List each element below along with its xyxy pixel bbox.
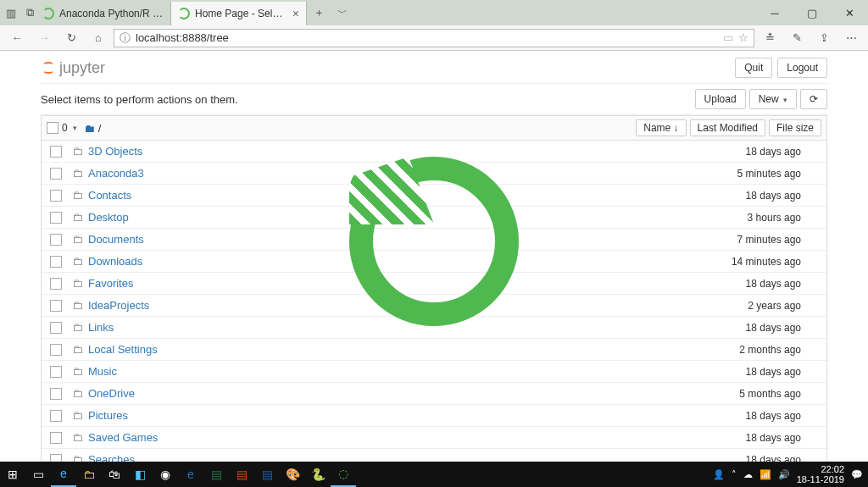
item-link[interactable]: IdeaProjects <box>88 299 149 312</box>
store-icon[interactable]: 🛍 <box>102 462 127 487</box>
item-link[interactable]: OneDrive <box>88 387 135 400</box>
item-modified: 2 months ago <box>739 344 821 356</box>
tab-preview-icon[interactable]: ⧉ <box>24 7 36 19</box>
folder-icon: 🗀 <box>72 255 83 268</box>
folder-icon: 🗀 <box>72 409 83 422</box>
folder-icon: 🗀 <box>72 189 83 202</box>
jupyter-logo[interactable]: jupyter <box>41 59 105 77</box>
close-tab-icon[interactable]: × <box>292 7 299 20</box>
item-link[interactable]: Favorites <box>88 277 133 290</box>
select-all-checkbox[interactable] <box>47 122 58 134</box>
select-dropdown-icon[interactable]: ▾ <box>73 124 77 132</box>
row-checkbox[interactable] <box>50 234 62 246</box>
volume-icon[interactable]: 🔊 <box>778 469 790 480</box>
powerpoint-icon[interactable]: ▤ <box>229 462 254 487</box>
row-checkbox[interactable] <box>50 410 62 422</box>
word-icon[interactable]: ▤ <box>254 462 280 487</box>
forward-button[interactable]: → <box>32 26 56 50</box>
browser-tab[interactable]: Home Page - Select or c× <box>171 2 307 25</box>
row-checkbox[interactable] <box>50 366 62 378</box>
back-button[interactable]: ← <box>5 26 29 50</box>
item-link[interactable]: Links <box>88 321 114 334</box>
item-modified: 2 years ago <box>748 300 821 312</box>
upload-button[interactable]: Upload <box>695 89 746 109</box>
ie-icon[interactable]: e <box>178 462 203 487</box>
row-checkbox[interactable] <box>50 300 62 312</box>
row-checkbox[interactable] <box>50 454 62 462</box>
excel-icon[interactable]: ▤ <box>203 462 229 487</box>
row-checkbox[interactable] <box>50 212 62 224</box>
new-button[interactable]: New ▾ <box>749 89 797 109</box>
favorite-star-icon[interactable]: ☆ <box>738 31 748 44</box>
refresh-button[interactable]: ↻ <box>59 26 83 50</box>
app1-icon[interactable]: ◧ <box>127 462 153 487</box>
edge-icon[interactable]: e <box>51 462 76 487</box>
item-modified: 14 minutes ago <box>732 256 821 268</box>
item-link[interactable]: 3D Objects <box>88 145 142 158</box>
row-checkbox[interactable] <box>50 146 62 158</box>
favorites-icon[interactable]: ≛ <box>758 26 782 50</box>
item-modified: 18 days ago <box>746 278 821 290</box>
row-checkbox[interactable] <box>50 190 62 202</box>
explorer-icon[interactable]: 🗀 <box>76 462 102 487</box>
row-checkbox[interactable] <box>50 278 62 290</box>
jupyter-logo-text: jupyter <box>59 59 105 77</box>
info-icon[interactable]: ⓘ <box>120 30 131 46</box>
item-link[interactable]: Searches <box>88 453 135 462</box>
row-checkbox[interactable] <box>50 168 62 180</box>
breadcrumb-root[interactable]: / <box>98 122 102 135</box>
people-icon[interactable]: 👤 <box>713 469 725 480</box>
sort-name-button[interactable]: Name ↓ <box>636 119 686 136</box>
url-box[interactable]: ⓘ ▭ ☆ <box>114 29 754 47</box>
reading-view-icon[interactable]: ▭ <box>723 31 733 44</box>
item-link[interactable]: Contacts <box>88 189 131 202</box>
item-link[interactable]: Music <box>88 365 117 378</box>
anaconda-spinner-icon <box>349 157 519 326</box>
item-link[interactable]: Local Settings <box>88 343 158 356</box>
system-tray[interactable]: 👤 ˄ ☁ 📶 🔊 22:02 18-11-2019 💬 <box>713 464 868 484</box>
paint-icon[interactable]: 🎨 <box>280 462 305 487</box>
tab-chevron-icon[interactable]: ﹀ <box>331 6 354 20</box>
start-button[interactable]: ⊞ <box>0 462 25 487</box>
quit-button[interactable]: Quit <box>735 58 772 78</box>
onedrive-tray-icon[interactable]: ☁ <box>743 469 753 480</box>
sort-size-button[interactable]: File size <box>769 119 821 136</box>
python-icon[interactable]: 🐍 <box>305 462 331 487</box>
list-item: 🗀Pictures18 days ago <box>42 405 826 427</box>
task-view-button[interactable]: ▭ <box>25 462 51 487</box>
item-link[interactable]: Documents <box>88 233 144 246</box>
refresh-list-button[interactable]: ⟳ <box>800 89 827 109</box>
logout-button[interactable]: Logout <box>777 58 827 78</box>
maximize-button[interactable]: ▢ <box>793 0 831 25</box>
breadcrumb-folder-icon[interactable]: 🖿 <box>84 122 95 135</box>
share-icon[interactable]: ⇪ <box>812 26 836 50</box>
more-icon[interactable]: ⋯ <box>839 26 863 50</box>
sort-modified-button[interactable]: Last Modified <box>690 119 765 136</box>
item-link[interactable]: Pictures <box>88 409 128 422</box>
row-checkbox[interactable] <box>50 344 62 356</box>
item-link[interactable]: Saved Games <box>88 431 158 444</box>
minimize-button[interactable]: ─ <box>756 0 793 25</box>
tab-aside-icon[interactable]: ▥ <box>5 7 17 19</box>
anaconda-icon[interactable]: ◌ <box>331 462 356 487</box>
row-checkbox[interactable] <box>50 432 62 444</box>
item-link[interactable]: Anaconda3 <box>88 167 144 180</box>
item-link[interactable]: Downloads <box>88 255 142 268</box>
item-link[interactable]: Desktop <box>88 211 129 224</box>
url-input[interactable] <box>136 31 718 44</box>
page-content: jupyter Quit Logout Select items to perf… <box>0 51 868 462</box>
network-icon[interactable]: 📶 <box>760 469 771 480</box>
close-window-button[interactable]: ✕ <box>831 0 868 25</box>
clock[interactable]: 22:02 18-11-2019 <box>797 464 844 484</box>
row-checkbox[interactable] <box>50 322 62 334</box>
loading-text: Loading applications... <box>387 259 480 269</box>
notes-icon[interactable]: ✎ <box>785 26 809 50</box>
browser-tab[interactable]: Anaconda Python/R Distribu <box>36 2 171 25</box>
home-button[interactable]: ⌂ <box>86 26 110 50</box>
new-tab-button[interactable]: ＋ <box>307 5 331 20</box>
row-checkbox[interactable] <box>50 388 62 400</box>
action-center-icon[interactable]: 💬 <box>851 469 863 480</box>
chrome-icon[interactable]: ◉ <box>153 462 178 487</box>
row-checkbox[interactable] <box>50 256 62 268</box>
tray-chevron-icon[interactable]: ˄ <box>732 469 737 480</box>
